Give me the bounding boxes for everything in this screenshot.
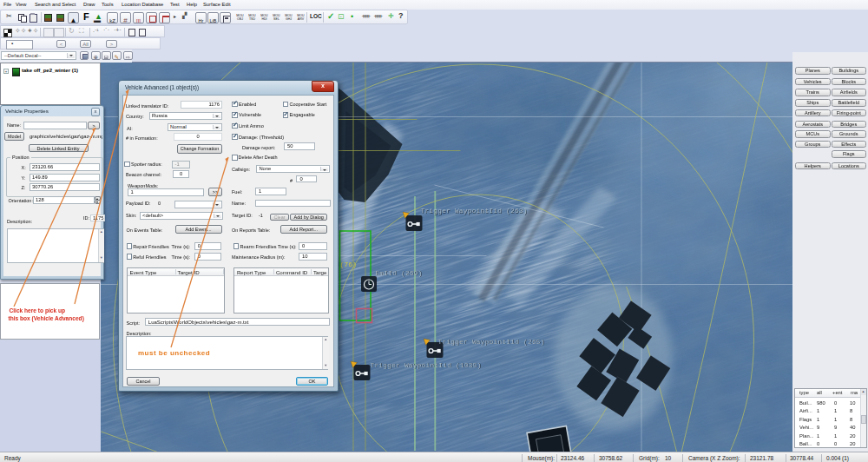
svg-text:(76): (76) [339, 261, 357, 268]
svg-text:Trigger WaypointIid (265): Trigger WaypointIid (265) [437, 339, 544, 346]
svg-text:Trigger WaypointIid (1035): Trigger WaypointIid (1035) [370, 362, 481, 369]
svg-text:EmIId (269): EmIId (269) [375, 270, 422, 277]
svg-text:Trigger WaypointIid (263): Trigger WaypointIid (263) [420, 208, 527, 214]
